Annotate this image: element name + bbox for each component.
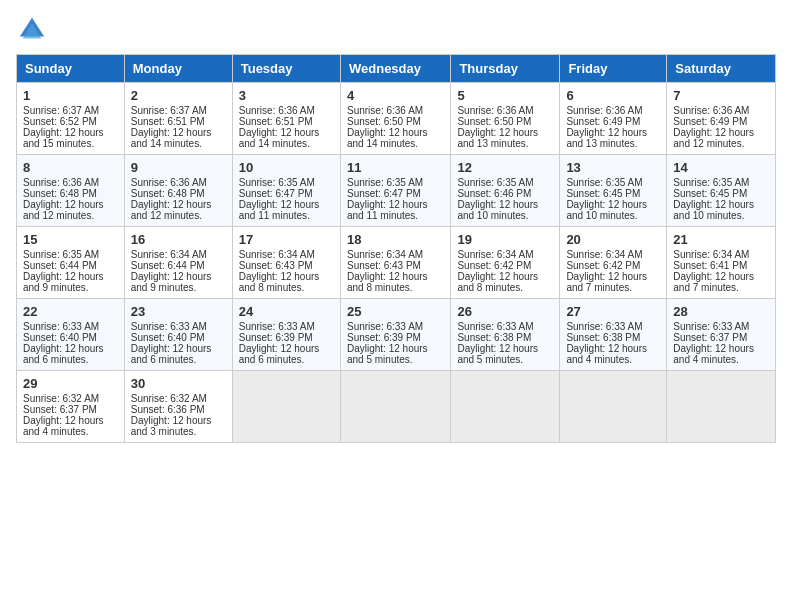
calendar-cell: 9Sunrise: 6:36 AMSunset: 6:48 PMDaylight… bbox=[124, 155, 232, 227]
calendar-cell: 27Sunrise: 6:33 AMSunset: 6:38 PMDayligh… bbox=[560, 299, 667, 371]
sunset: Sunset: 6:45 PM bbox=[673, 188, 747, 199]
calendar-cell: 8Sunrise: 6:36 AMSunset: 6:48 PMDaylight… bbox=[17, 155, 125, 227]
calendar-week-5: 29Sunrise: 6:32 AMSunset: 6:37 PMDayligh… bbox=[17, 371, 776, 443]
sunrise: Sunrise: 6:32 AM bbox=[23, 393, 99, 404]
day-number: 1 bbox=[23, 88, 118, 103]
day-number: 18 bbox=[347, 232, 444, 247]
calendar-cell: 24Sunrise: 6:33 AMSunset: 6:39 PMDayligh… bbox=[232, 299, 340, 371]
day-number: 30 bbox=[131, 376, 226, 391]
sunset: Sunset: 6:37 PM bbox=[673, 332, 747, 343]
calendar-week-4: 22Sunrise: 6:33 AMSunset: 6:40 PMDayligh… bbox=[17, 299, 776, 371]
day-number: 10 bbox=[239, 160, 334, 175]
daylight: Daylight: 12 hours and 10 minutes. bbox=[457, 199, 538, 221]
sunset: Sunset: 6:49 PM bbox=[566, 116, 640, 127]
day-number: 24 bbox=[239, 304, 334, 319]
calendar-cell bbox=[451, 371, 560, 443]
calendar-cell: 13Sunrise: 6:35 AMSunset: 6:45 PMDayligh… bbox=[560, 155, 667, 227]
sunrise: Sunrise: 6:33 AM bbox=[673, 321, 749, 332]
daylight: Daylight: 12 hours and 8 minutes. bbox=[239, 271, 320, 293]
daylight: Daylight: 12 hours and 12 minutes. bbox=[131, 199, 212, 221]
sunset: Sunset: 6:45 PM bbox=[566, 188, 640, 199]
sunset: Sunset: 6:51 PM bbox=[239, 116, 313, 127]
sunrise: Sunrise: 6:36 AM bbox=[239, 105, 315, 116]
sunrise: Sunrise: 6:34 AM bbox=[566, 249, 642, 260]
day-number: 29 bbox=[23, 376, 118, 391]
sunset: Sunset: 6:43 PM bbox=[239, 260, 313, 271]
calendar: SundayMondayTuesdayWednesdayThursdayFrid… bbox=[16, 54, 776, 443]
sunset: Sunset: 6:44 PM bbox=[131, 260, 205, 271]
calendar-header-sunday: Sunday bbox=[17, 55, 125, 83]
sunrise: Sunrise: 6:36 AM bbox=[347, 105, 423, 116]
day-number: 22 bbox=[23, 304, 118, 319]
calendar-cell: 29Sunrise: 6:32 AMSunset: 6:37 PMDayligh… bbox=[17, 371, 125, 443]
sunrise: Sunrise: 6:35 AM bbox=[347, 177, 423, 188]
sunrise: Sunrise: 6:33 AM bbox=[457, 321, 533, 332]
calendar-header-friday: Friday bbox=[560, 55, 667, 83]
day-number: 7 bbox=[673, 88, 769, 103]
calendar-cell bbox=[340, 371, 450, 443]
daylight: Daylight: 12 hours and 12 minutes. bbox=[23, 199, 104, 221]
sunset: Sunset: 6:43 PM bbox=[347, 260, 421, 271]
sunset: Sunset: 6:47 PM bbox=[239, 188, 313, 199]
daylight: Daylight: 12 hours and 5 minutes. bbox=[347, 343, 428, 365]
daylight: Daylight: 12 hours and 4 minutes. bbox=[566, 343, 647, 365]
calendar-cell bbox=[560, 371, 667, 443]
daylight: Daylight: 12 hours and 13 minutes. bbox=[457, 127, 538, 149]
calendar-cell: 5Sunrise: 6:36 AMSunset: 6:50 PMDaylight… bbox=[451, 83, 560, 155]
daylight: Daylight: 12 hours and 10 minutes. bbox=[566, 199, 647, 221]
calendar-cell: 4Sunrise: 6:36 AMSunset: 6:50 PMDaylight… bbox=[340, 83, 450, 155]
day-number: 17 bbox=[239, 232, 334, 247]
calendar-header-monday: Monday bbox=[124, 55, 232, 83]
daylight: Daylight: 12 hours and 8 minutes. bbox=[457, 271, 538, 293]
calendar-week-1: 1Sunrise: 6:37 AMSunset: 6:52 PMDaylight… bbox=[17, 83, 776, 155]
sunrise: Sunrise: 6:35 AM bbox=[673, 177, 749, 188]
calendar-cell bbox=[232, 371, 340, 443]
sunset: Sunset: 6:38 PM bbox=[566, 332, 640, 343]
calendar-cell: 19Sunrise: 6:34 AMSunset: 6:42 PMDayligh… bbox=[451, 227, 560, 299]
sunrise: Sunrise: 6:36 AM bbox=[131, 177, 207, 188]
sunset: Sunset: 6:37 PM bbox=[23, 404, 97, 415]
calendar-cell: 14Sunrise: 6:35 AMSunset: 6:45 PMDayligh… bbox=[667, 155, 776, 227]
calendar-cell: 2Sunrise: 6:37 AMSunset: 6:51 PMDaylight… bbox=[124, 83, 232, 155]
day-number: 3 bbox=[239, 88, 334, 103]
sunset: Sunset: 6:52 PM bbox=[23, 116, 97, 127]
day-number: 2 bbox=[131, 88, 226, 103]
calendar-cell: 21Sunrise: 6:34 AMSunset: 6:41 PMDayligh… bbox=[667, 227, 776, 299]
daylight: Daylight: 12 hours and 12 minutes. bbox=[673, 127, 754, 149]
sunrise: Sunrise: 6:33 AM bbox=[239, 321, 315, 332]
calendar-header-row: SundayMondayTuesdayWednesdayThursdayFrid… bbox=[17, 55, 776, 83]
day-number: 25 bbox=[347, 304, 444, 319]
daylight: Daylight: 12 hours and 14 minutes. bbox=[239, 127, 320, 149]
sunset: Sunset: 6:44 PM bbox=[23, 260, 97, 271]
sunrise: Sunrise: 6:35 AM bbox=[457, 177, 533, 188]
sunrise: Sunrise: 6:33 AM bbox=[347, 321, 423, 332]
sunset: Sunset: 6:49 PM bbox=[673, 116, 747, 127]
day-number: 9 bbox=[131, 160, 226, 175]
daylight: Daylight: 12 hours and 7 minutes. bbox=[673, 271, 754, 293]
day-number: 5 bbox=[457, 88, 553, 103]
calendar-cell: 28Sunrise: 6:33 AMSunset: 6:37 PMDayligh… bbox=[667, 299, 776, 371]
day-number: 11 bbox=[347, 160, 444, 175]
calendar-header-tuesday: Tuesday bbox=[232, 55, 340, 83]
day-number: 8 bbox=[23, 160, 118, 175]
sunrise: Sunrise: 6:32 AM bbox=[131, 393, 207, 404]
daylight: Daylight: 12 hours and 9 minutes. bbox=[131, 271, 212, 293]
sunset: Sunset: 6:39 PM bbox=[239, 332, 313, 343]
calendar-cell: 25Sunrise: 6:33 AMSunset: 6:39 PMDayligh… bbox=[340, 299, 450, 371]
calendar-cell: 7Sunrise: 6:36 AMSunset: 6:49 PMDaylight… bbox=[667, 83, 776, 155]
calendar-cell: 3Sunrise: 6:36 AMSunset: 6:51 PMDaylight… bbox=[232, 83, 340, 155]
sunset: Sunset: 6:40 PM bbox=[131, 332, 205, 343]
daylight: Daylight: 12 hours and 8 minutes. bbox=[347, 271, 428, 293]
sunrise: Sunrise: 6:37 AM bbox=[23, 105, 99, 116]
logo-icon bbox=[18, 16, 46, 44]
sunrise: Sunrise: 6:36 AM bbox=[457, 105, 533, 116]
sunset: Sunset: 6:42 PM bbox=[457, 260, 531, 271]
daylight: Daylight: 12 hours and 15 minutes. bbox=[23, 127, 104, 149]
sunrise: Sunrise: 6:36 AM bbox=[673, 105, 749, 116]
sunrise: Sunrise: 6:34 AM bbox=[131, 249, 207, 260]
daylight: Daylight: 12 hours and 4 minutes. bbox=[673, 343, 754, 365]
sunset: Sunset: 6:41 PM bbox=[673, 260, 747, 271]
sunrise: Sunrise: 6:35 AM bbox=[566, 177, 642, 188]
logo bbox=[16, 16, 46, 44]
sunrise: Sunrise: 6:36 AM bbox=[23, 177, 99, 188]
